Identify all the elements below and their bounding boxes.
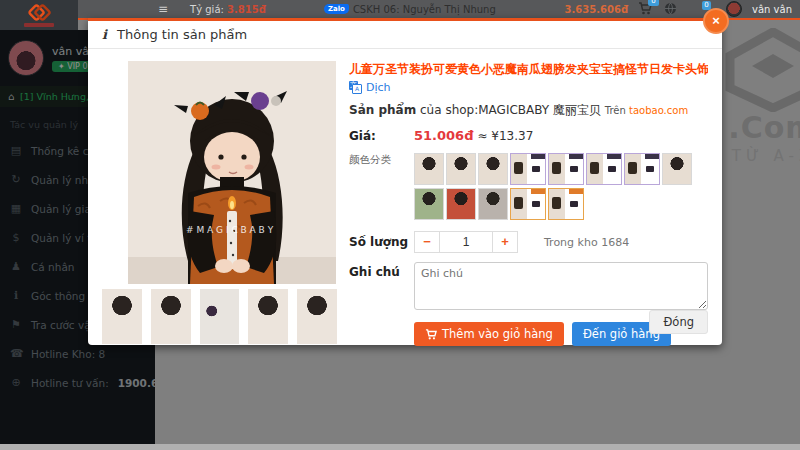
bottom-strip xyxy=(0,444,800,450)
image-thumbnail[interactable] xyxy=(151,289,191,344)
variant-row-1 xyxy=(414,153,708,185)
app-logo[interactable] xyxy=(0,0,78,30)
product-info-modal: × i Thông tin sản phẩm xyxy=(88,18,722,345)
image-thumbnail[interactable] xyxy=(248,289,288,344)
variant-thumb[interactable] xyxy=(624,153,660,185)
image-thumbnail[interactable] xyxy=(297,289,337,344)
zalo-icon[interactable]: Zalo xyxy=(324,4,349,14)
variant-thumb[interactable] xyxy=(414,153,444,185)
quantity-row: Số lượng − + Trong kho 1684 xyxy=(349,231,708,253)
price-row: Giá: 51.006đ ≈ ¥13.37 xyxy=(349,128,708,143)
note-label: Ghi chú xyxy=(349,262,414,310)
variant-thumb[interactable] xyxy=(478,188,508,220)
shop-label: Sản phẩm xyxy=(349,103,416,117)
support-contact[interactable]: Zalo CSKH 06: Nguyễn Thị Nhung xyxy=(324,4,496,15)
variant-thumb[interactable] xyxy=(446,188,476,220)
brand-knot-icon xyxy=(26,4,52,22)
info-icon: i xyxy=(102,22,107,48)
variant-thumb[interactable] xyxy=(414,188,444,220)
cart-icon xyxy=(425,329,437,340)
price-vnd: 51.006đ xyxy=(414,128,473,143)
variants-section: 颜色分类 xyxy=(349,153,708,223)
quantity-label: Số lượng xyxy=(349,235,414,249)
translate-icon: 文A xyxy=(349,81,362,94)
shop-row: Sản phẩm của shop:MAGICBABY 魔丽宝贝 Trên ta… xyxy=(349,102,708,119)
modal-title: Thông tin sản phẩm xyxy=(117,27,247,42)
variant-thumb[interactable] xyxy=(662,153,692,185)
product-title: 儿童万圣节装扮可爱黄色小恶魔南瓜翅膀发夹宝宝搞怪节日发卡头饰 xyxy=(349,61,708,78)
quantity-decrease-button[interactable]: − xyxy=(414,231,440,253)
price-cny: ≈ ¥13.37 xyxy=(477,129,533,143)
brand-subtext xyxy=(24,23,54,27)
image-thumbnail[interactable] xyxy=(200,289,240,344)
variant-thumb[interactable] xyxy=(586,153,622,185)
variant-thumb[interactable] xyxy=(510,188,546,220)
translate-link[interactable]: 文A Dịch xyxy=(349,81,708,94)
topbar: ≡ Tỷ giá: 3.815đ Zalo CSKH 06: Nguyễn Th… xyxy=(0,0,800,20)
shop-name: của shop:MAGICBABY 魔丽宝贝 xyxy=(416,103,605,117)
shop-on: Trên xyxy=(605,105,629,116)
exchange-rate-label: Tỷ giá: xyxy=(190,4,224,15)
cart-badge: 0 xyxy=(648,0,659,6)
topbar-username[interactable]: vân vân xyxy=(752,4,792,15)
image-thumbnails xyxy=(102,289,337,344)
price-label: Giá: xyxy=(349,129,414,143)
taobao-link[interactable]: taobao.com xyxy=(629,105,688,116)
variant-thumb[interactable] xyxy=(548,188,584,220)
close-icon[interactable]: × xyxy=(703,8,729,34)
quantity-stepper: − + xyxy=(414,231,518,253)
cart-icon[interactable]: 0 xyxy=(638,2,654,16)
support-contact-text: CSKH 06: Nguyễn Thị Nhung xyxy=(353,4,496,15)
exchange-rate: Tỷ giá: 3.815đ xyxy=(190,4,266,15)
stock-text: Trong kho 1684 xyxy=(544,236,629,249)
add-to-cart-button[interactable]: Thêm vào giỏ hàng xyxy=(414,322,564,346)
hamburger-icon[interactable]: ≡ xyxy=(158,0,168,18)
translate-label: Dịch xyxy=(366,81,391,94)
globe-icon[interactable] xyxy=(664,2,680,16)
variant-thumb[interactable] xyxy=(446,153,476,185)
modal-header: i Thông tin sản phẩm xyxy=(88,21,722,49)
variants-label: 颜色分类 xyxy=(349,153,414,223)
avatar[interactable] xyxy=(726,1,742,17)
image-thumbnail[interactable] xyxy=(102,289,142,344)
quantity-input[interactable] xyxy=(440,231,492,253)
variant-thumb[interactable] xyxy=(510,153,546,185)
quantity-increase-button[interactable]: + xyxy=(492,231,518,253)
variant-thumb[interactable] xyxy=(478,153,508,185)
product-main-image[interactable]: # M A G I C B A B Y xyxy=(128,61,336,284)
wallet-balance[interactable]: 3.635.606đ xyxy=(565,4,628,15)
close-button[interactable]: Đóng xyxy=(649,310,708,334)
variant-row-2 xyxy=(414,188,708,220)
note-row: Ghi chú xyxy=(349,262,708,310)
exchange-rate-value: 3.815đ xyxy=(227,4,266,15)
variant-thumb[interactable] xyxy=(548,153,584,185)
image-watermark-text: # M A G I C B A B Y xyxy=(186,225,274,235)
note-textarea[interactable] xyxy=(414,262,708,310)
